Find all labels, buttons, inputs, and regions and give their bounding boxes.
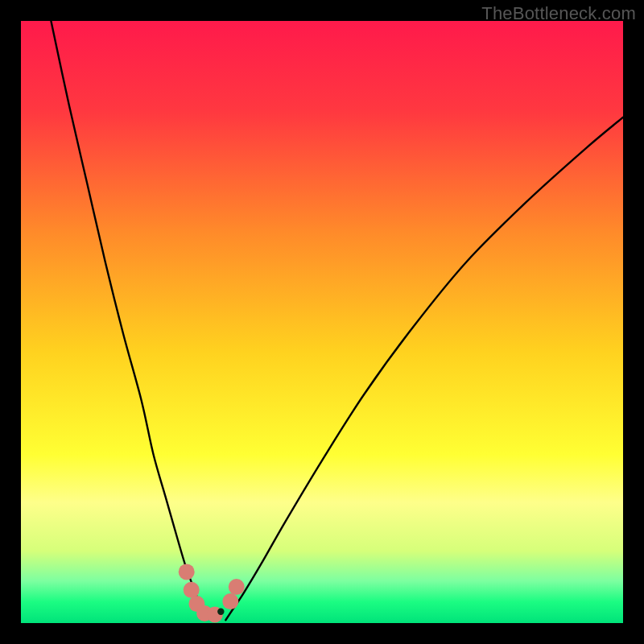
bottleneck-plot [21, 21, 623, 623]
gradient-fill [21, 21, 623, 623]
marker-m2 [184, 582, 200, 598]
watermark-text: TheBottleneck.com [481, 3, 636, 24]
marker-m1 [179, 564, 195, 580]
point-group [217, 609, 224, 615]
chart-frame [21, 21, 623, 623]
optimal-point [217, 609, 224, 615]
marker-m6 [222, 593, 238, 609]
marker-m7 [229, 579, 245, 595]
